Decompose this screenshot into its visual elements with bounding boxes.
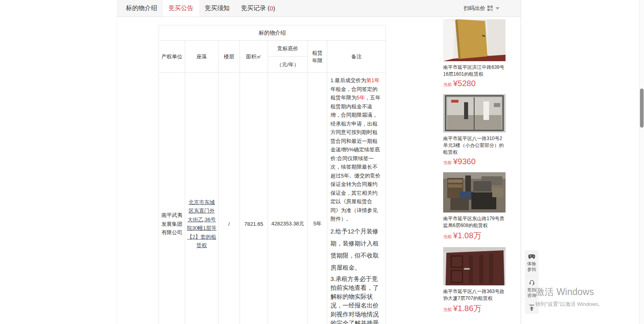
col-header-price-unit: （元/年） <box>268 57 308 73</box>
related-listings-sidebar: 南平市延平区滨江中路639号16层1601的租赁权 当前 ¥5280 <box>443 19 506 324</box>
table-title: 标的物介绍 <box>159 25 386 41</box>
current-price-value: ¥5280 <box>453 79 476 88</box>
content-edge-divider <box>521 0 521 324</box>
cell-lease-term: 5年 <box>308 73 327 324</box>
subject-info-table: 标的物介绍 产权单位 座落 楼层 面积㎡ 竞标底价 租赁 年限 备注 （元/年） <box>159 25 386 324</box>
cell-base-price: 4282353.38元 <box>268 73 308 324</box>
listing-title: 南平市延平区八一路363号政协大厦7层707的租赁权 <box>443 288 506 302</box>
detail-tabbar: 标的物介绍 竞买公告 竞买须知 竞买记录 ( 0 ) 扫码出价 <box>117 0 520 17</box>
tab-bid-notice[interactable]: 竞买须知 <box>199 0 235 17</box>
remark-paragraph-3: 3.承租方务必于竞拍前实地查看，了解标的物实际状况，一经报名出价则视作对场地情况… <box>330 274 382 324</box>
col-header-location: 座落 <box>185 41 219 73</box>
listing-photo-storage-room <box>443 172 506 213</box>
listing-title: 南平市延平区东山路179号质监局6层608的租赁权 <box>443 215 506 229</box>
tab-label: 竞买记录 ( <box>241 4 270 12</box>
col-header-remark: 备注 <box>327 41 386 73</box>
current-price-value: ¥1.08万 <box>453 230 481 241</box>
cell-area: 7821.65 <box>240 73 268 324</box>
tab-label-suffix: ) <box>273 5 275 12</box>
current-price-label: 当前 <box>443 307 452 313</box>
chevron-down-icon <box>495 7 500 10</box>
remark-paragraph-2: 2.给予12个月装修期，装修期计入租赁期限，但不收取房屋租金。 <box>330 225 382 274</box>
col-header-lease-term-line1: 租赁 <box>310 49 325 57</box>
col-header-lease-term: 租赁 年限 <box>308 41 327 73</box>
col-header-area: 面积㎡ <box>240 41 268 73</box>
list-item[interactable]: 南平市延平区滨江中路639号16层1601的租赁权 当前 ¥5280 <box>443 19 506 88</box>
list-item[interactable]: 南平市延平区八一路310号2单元3楼（小办公室部分）的租赁权 当前 ¥9360 <box>443 94 506 166</box>
listing-photo-glass-office <box>443 94 506 132</box>
scrollbar-track[interactable] <box>639 0 644 324</box>
listing-title: 南平市延平区八一路310号2单元3楼（小办公室部分）的租赁权 <box>443 135 506 156</box>
col-header-owner: 产权单位 <box>159 41 185 73</box>
current-price-label: 当前 <box>443 82 452 88</box>
col-header-base-price: 竞标底价 <box>268 41 308 57</box>
watermark-subtitle: 转到"设置"以激活 Windows。 <box>535 301 604 308</box>
table-row: 南平武夷发展集团有限公司 北京市东城区东直门外大街乙,36号院30幢1层等【2】… <box>159 73 386 324</box>
col-header-lease-term-line2: 年限 <box>310 57 325 64</box>
col-header-floor: 楼层 <box>219 41 240 73</box>
current-price-value: ¥9360 <box>453 157 476 166</box>
tab-label: 竞买公告 <box>169 4 194 12</box>
qr-code-icon <box>487 6 493 11</box>
cell-remark: 1.最后成交价为第1年年租金，合同签定的租赁年限为5年，五年租赁期内租金不递增，… <box>327 73 386 324</box>
cell-owner: 南平武夷发展集团有限公司 <box>159 73 185 324</box>
current-price-label: 当前 <box>443 160 452 166</box>
tab-label: 标的物介绍 <box>126 4 157 12</box>
location-link[interactable]: 北京市东城区东直门外大街乙,36号院30幢1层等【2】套的租赁权 <box>187 198 217 250</box>
windows-activation-watermark: 激活 Windows 转到"设置"以激活 Windows。 <box>535 286 604 308</box>
experience-auction-button[interactable]: 体验 参拍 <box>525 250 539 276</box>
cell-floor: / <box>219 73 240 324</box>
tab-subject-intro[interactable]: 标的物介绍 <box>120 0 163 17</box>
watermark-title: 激活 Windows <box>535 286 604 298</box>
scan-to-bid-button[interactable]: 扫码出价 <box>464 0 520 17</box>
tab-bid-announcement[interactable]: 竞买公告 <box>163 0 199 17</box>
listing-price: 当前 ¥5280 <box>443 79 506 88</box>
listing-photo-wooden-door <box>443 19 506 61</box>
bid-record-count: 0 <box>270 5 273 12</box>
listing-price: 当前 ¥1.08万 <box>443 230 506 241</box>
current-price-value: ¥1.86万 <box>453 303 481 314</box>
subject-table-wrap: 标的物介绍 产权单位 座落 楼层 面积㎡ 竞标底价 租赁 年限 备注 （元/年） <box>159 25 386 324</box>
cell-location: 北京市东城区东直门外大街乙,36号院30幢1层等【2】套的租赁权 <box>185 73 219 324</box>
experience-auction-label-line2: 参拍 <box>525 266 539 272</box>
tab-bid-records[interactable]: 竞买记录 ( 0 ) <box>235 0 281 17</box>
site-container: 标的物介绍 竞买公告 竞买须知 竞买记录 ( 0 ) 扫码出价 <box>117 0 521 324</box>
experience-auction-label-line1: 体验 <box>525 261 539 266</box>
listing-price: 当前 ¥9360 <box>443 157 506 166</box>
headset-icon <box>529 279 535 285</box>
auction-detail-page: 标的物介绍 竞买公告 竞买须知 竞买记录 ( 0 ) 扫码出价 <box>0 0 644 324</box>
scrollbar-thumb[interactable] <box>640 89 644 128</box>
gamepad-icon <box>528 254 535 259</box>
listing-title: 南平市延平区滨江中路639号16层1601的租赁权 <box>443 64 506 78</box>
list-item[interactable]: 南平市延平区八一路363号政协大厦7层707的租赁权 当前 ¥1.86万 <box>443 247 506 314</box>
list-item[interactable]: 南平市延平区东山路179号质监局6层608的租赁权 当前 ¥1.08万 <box>443 172 506 241</box>
current-price-label: 当前 <box>443 234 452 240</box>
scan-to-bid-label: 扫码出价 <box>464 5 485 12</box>
listing-price: 当前 ¥1.86万 <box>443 303 506 314</box>
listing-photo-brown-door <box>443 247 506 285</box>
arrow-up-icon <box>528 305 535 311</box>
remark-paragraph-1: 1.最后成交价为第1年年租金，合同签定的租赁年限为5年，五年租赁期内租金不递增，… <box>330 76 382 223</box>
tab-label: 竞买须知 <box>205 4 230 12</box>
